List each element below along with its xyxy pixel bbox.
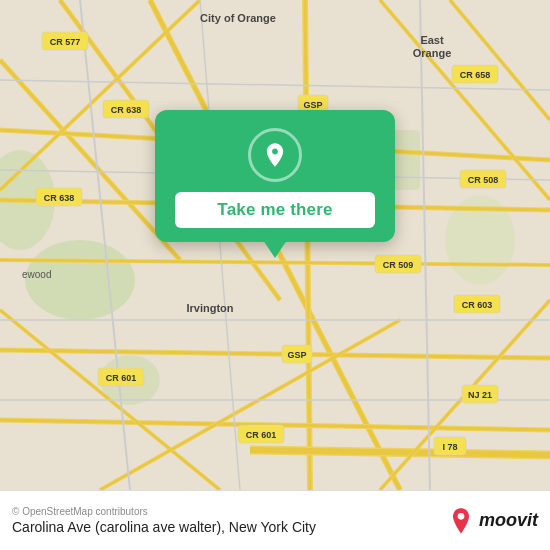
svg-text:GSP: GSP <box>287 350 306 360</box>
moovit-text: moovit <box>479 510 538 531</box>
bottom-bar: © OpenStreetMap contributors Carolina Av… <box>0 490 550 550</box>
svg-text:CR 601: CR 601 <box>106 373 137 383</box>
location-info: © OpenStreetMap contributors Carolina Av… <box>12 506 316 535</box>
svg-text:CR 638: CR 638 <box>111 105 142 115</box>
svg-text:City of Orange: City of Orange <box>200 12 276 24</box>
svg-text:CR 658: CR 658 <box>460 70 491 80</box>
popup-pointer <box>263 240 287 258</box>
svg-point-78 <box>458 513 465 520</box>
moovit-pin-icon <box>447 507 475 535</box>
svg-text:ewood: ewood <box>22 269 51 280</box>
svg-text:NJ 21: NJ 21 <box>468 390 492 400</box>
svg-text:CR 601: CR 601 <box>246 430 277 440</box>
popup-card: Take me there <box>155 110 395 242</box>
map-container: CR 577 CR 638 CR 638 GSP GSP CR 509 CR 5… <box>0 0 550 490</box>
moovit-logo: moovit <box>447 507 538 535</box>
svg-point-1 <box>25 240 135 320</box>
svg-text:GSP: GSP <box>303 100 322 110</box>
svg-text:Orange: Orange <box>413 47 452 59</box>
copyright-text: © OpenStreetMap contributors <box>12 506 316 517</box>
svg-text:CR 577: CR 577 <box>50 37 81 47</box>
svg-text:Irvington: Irvington <box>186 302 233 314</box>
location-pin-icon <box>261 141 289 169</box>
svg-text:I 78: I 78 <box>442 442 457 452</box>
svg-text:CR 603: CR 603 <box>462 300 493 310</box>
svg-text:CR 638: CR 638 <box>44 193 75 203</box>
svg-text:East: East <box>420 34 444 46</box>
svg-text:CR 508: CR 508 <box>468 175 499 185</box>
svg-text:CR 509: CR 509 <box>383 260 414 270</box>
pin-icon-wrap <box>248 128 302 182</box>
location-name: Carolina Ave (carolina ave walter), New … <box>12 519 316 535</box>
take-me-there-button[interactable]: Take me there <box>175 192 375 228</box>
